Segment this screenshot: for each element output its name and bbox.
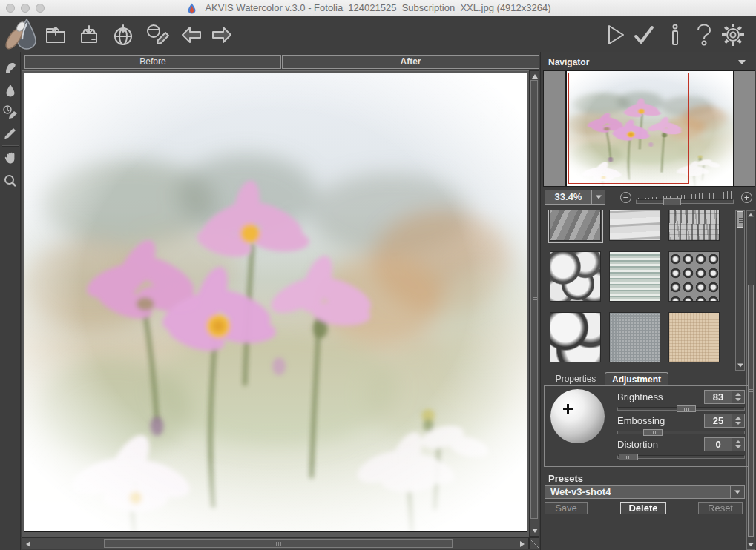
panel-scroll-down-arrow[interactable] xyxy=(748,543,754,547)
resize-grip[interactable] xyxy=(529,537,539,549)
navigator-collapse-icon[interactable] xyxy=(738,60,746,64)
light-direction-sphere[interactable] xyxy=(550,389,605,443)
undo-button[interactable] xyxy=(177,21,206,49)
distortion-value[interactable]: 0 xyxy=(704,437,732,451)
run-button[interactable] xyxy=(601,21,631,49)
history-brush-icon xyxy=(3,105,18,119)
thumb-grip xyxy=(749,394,754,394)
stepper-down-icon[interactable] xyxy=(735,398,741,401)
navigator-view-frame[interactable] xyxy=(568,73,689,184)
vertical-scroll-thumb[interactable] xyxy=(530,80,538,519)
zoom-tick xyxy=(702,193,703,199)
finger-smudge-tool[interactable] xyxy=(1,59,19,77)
save-preset-button[interactable]: Save xyxy=(545,502,588,514)
scroll-down-arrow[interactable] xyxy=(532,529,538,533)
stepper-down-icon[interactable] xyxy=(735,422,741,425)
share-button[interactable] xyxy=(142,21,172,49)
apply-button[interactable] xyxy=(629,21,659,49)
stepper-up-icon[interactable] xyxy=(735,417,741,420)
texture-thumbnail-beige-canvas[interactable] xyxy=(668,312,720,362)
zoom-tick xyxy=(706,193,706,199)
brightness-slider[interactable] xyxy=(617,407,745,411)
thumb-grip xyxy=(280,542,281,546)
zoom-magnifier-tool[interactable] xyxy=(1,172,19,190)
right-panel: Navigator 33.4% − + xyxy=(540,52,756,550)
info-button[interactable] xyxy=(660,21,690,49)
zoom-out-button[interactable]: − xyxy=(620,192,631,203)
zoom-tick xyxy=(638,198,639,199)
image-viewport[interactable] xyxy=(22,70,529,537)
adjustment-panel: Brightness 83 Embossing 25 Distortion 0 xyxy=(544,385,749,467)
zoom-tick xyxy=(642,198,642,199)
stepper-down-icon[interactable] xyxy=(735,445,741,448)
zoom-value[interactable]: 33.4% xyxy=(545,190,592,205)
horizontal-scrollbar[interactable] xyxy=(22,537,529,549)
settings-button[interactable] xyxy=(718,21,748,49)
zoom-dropdown-button[interactable] xyxy=(592,190,605,205)
zoom-slider-thumb[interactable] xyxy=(663,198,681,205)
distortion-slider[interactable] xyxy=(617,455,745,459)
stepper-up-icon[interactable] xyxy=(735,393,741,396)
tab-adjustment[interactable]: Adjustment xyxy=(605,372,668,385)
texture-thumbnail-crumpled-paper[interactable] xyxy=(609,210,660,241)
zoom-tick-marks xyxy=(638,190,733,199)
distortion-stepper[interactable] xyxy=(732,437,745,451)
zoom-slider[interactable] xyxy=(636,199,734,204)
texture-scroll-thumb[interactable] xyxy=(737,211,743,228)
tab-properties[interactable]: Properties xyxy=(548,372,603,385)
light-position-marker[interactable] xyxy=(563,404,573,414)
paint-brush-tool[interactable] xyxy=(1,125,19,142)
zoom-tick xyxy=(688,195,688,199)
embossing-slider-thumb[interactable] xyxy=(643,429,663,436)
redo-button[interactable] xyxy=(207,21,237,49)
hand-pan-tool[interactable] xyxy=(1,149,19,167)
preset-dropdown-button[interactable] xyxy=(730,486,744,498)
embossing-stepper[interactable] xyxy=(732,414,745,428)
texture-thumbnail-crumpled-foil[interactable] xyxy=(550,210,601,241)
magnifier-icon xyxy=(4,174,17,188)
tab-before[interactable]: Before xyxy=(24,55,281,69)
brightness-value[interactable]: 83 xyxy=(704,390,732,404)
tab-after[interactable]: After xyxy=(282,55,539,69)
zoom-tick xyxy=(727,191,728,199)
texture-scrollbar[interactable] xyxy=(735,210,745,371)
embossing-value[interactable]: 25 xyxy=(704,414,732,428)
texture-thumbnail-foam-bubbles-large[interactable] xyxy=(550,312,601,362)
embossing-slider[interactable] xyxy=(617,431,745,434)
delete-preset-button[interactable]: Delete xyxy=(620,502,666,514)
preset-dropdown[interactable]: Wet-v3-shot4 xyxy=(545,485,745,499)
blur-drop-tool[interactable] xyxy=(1,82,19,99)
stepper-up-icon[interactable] xyxy=(735,440,741,443)
texture-thumbnail-woven-mesh[interactable] xyxy=(668,210,720,241)
distortion-slider-thumb[interactable] xyxy=(619,454,638,460)
brightness-stepper[interactable] xyxy=(732,390,745,404)
texture-thumbnail-corrugated-stripes[interactable] xyxy=(609,251,660,302)
scroll-right-arrow[interactable] xyxy=(520,541,525,547)
texture-thumbnail-dense-droplets[interactable] xyxy=(668,251,720,302)
import-web-button[interactable] xyxy=(108,21,138,49)
scroll-up-arrow[interactable] xyxy=(532,74,538,79)
texture-scroll-down-arrow[interactable] xyxy=(737,364,743,368)
scroll-left-arrow[interactable] xyxy=(26,541,30,547)
history-brush-tool[interactable] xyxy=(1,103,19,121)
run-icon xyxy=(606,24,625,45)
horizontal-scroll-thumb[interactable] xyxy=(104,539,453,548)
panel-scrollbar[interactable] xyxy=(746,210,755,550)
chevron-down-icon xyxy=(734,490,740,494)
help-button[interactable] xyxy=(689,21,719,49)
texture-thumbnail-fine-fabric[interactable] xyxy=(609,312,660,362)
brightness-slider-thumb[interactable] xyxy=(677,405,696,412)
texture-thumbnail-foam-bubbles-small[interactable] xyxy=(550,251,601,302)
chevron-down-icon xyxy=(596,196,602,199)
open-image-button[interactable] xyxy=(41,21,70,49)
panel-scroll-up-arrow[interactable] xyxy=(748,213,754,217)
texture-gallery xyxy=(541,210,735,371)
finger-smudge-icon xyxy=(4,62,17,75)
main-toolbar xyxy=(0,16,756,52)
save-image-button[interactable] xyxy=(74,21,104,49)
zoom-in-button[interactable]: + xyxy=(741,192,752,203)
water-drop-icon xyxy=(5,84,16,97)
vertical-scrollbar[interactable] xyxy=(529,70,539,537)
navigator-preview[interactable] xyxy=(543,70,755,187)
reset-preset-button[interactable]: Reset xyxy=(698,502,743,514)
